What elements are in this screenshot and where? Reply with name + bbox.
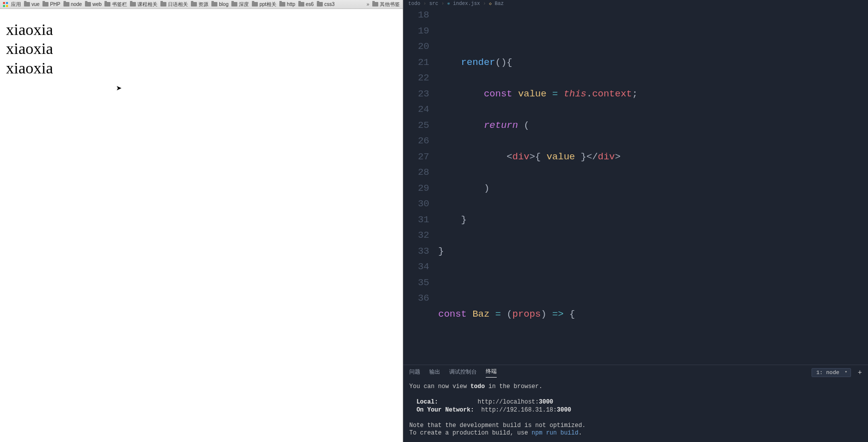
line-number: 26: [403, 133, 429, 149]
code-line[interactable]: return (: [438, 118, 868, 134]
folder-icon: [317, 2, 323, 6]
line-number: 21: [403, 55, 429, 71]
panel-tabs: 问题 输出 调试控制台 终端 1: node +: [403, 365, 868, 380]
tab-debug-console[interactable]: 调试控制台: [449, 368, 477, 378]
code-line[interactable]: render(){: [438, 55, 868, 71]
bookmark-folder[interactable]: blog: [211, 1, 228, 7]
bookmark-folder[interactable]: 课程相关: [130, 1, 157, 8]
line-number: 19: [403, 23, 429, 39]
code-line[interactable]: }: [438, 244, 868, 260]
code-line[interactable]: [438, 275, 868, 291]
chevron-right-icon: ›: [441, 1, 444, 6]
folder-icon: [63, 2, 69, 6]
browser-viewport[interactable]: xiaoxia xiaoxia xiaoxia ➤: [0, 9, 403, 442]
line-number: 20: [403, 39, 429, 55]
editor-pane: todo › src › ⚛ index.jsx › ◇ Baz 18 19 2…: [403, 0, 868, 442]
folder-icon: [42, 2, 48, 6]
line-gutter: 18 19 20 21 22 23 24 25 26 27 28 29 30 3…: [403, 7, 438, 365]
breadcrumb[interactable]: todo › src › ⚛ index.jsx › ◇ Baz: [403, 0, 868, 7]
folder-icon: [211, 2, 217, 6]
code-line[interactable]: }: [438, 212, 868, 228]
bookmark-folder[interactable]: 书签栏: [104, 1, 127, 8]
line-number: 31: [403, 212, 429, 228]
folder-icon: [24, 2, 30, 6]
line-number: 23: [403, 86, 429, 102]
bookmark-folder[interactable]: web: [85, 1, 101, 7]
line-number: 30: [403, 196, 429, 212]
line-number: 36: [403, 291, 429, 307]
folder-icon: [160, 2, 166, 6]
bookmark-folder[interactable]: 日语相关: [160, 1, 188, 8]
folder-icon: [279, 2, 285, 6]
line-number: 33: [403, 244, 429, 260]
line-number: 22: [403, 70, 429, 86]
bottom-panel: 问题 输出 调试控制台 终端 1: node + You can now vie…: [403, 365, 868, 442]
code-line[interactable]: ): [438, 181, 868, 197]
line-number: 18: [403, 7, 429, 23]
new-terminal-button[interactable]: +: [858, 369, 862, 377]
bookmark-overflow-button[interactable]: »: [366, 1, 369, 7]
bookmark-folder[interactable]: vue: [24, 1, 39, 7]
line-number: 29: [403, 181, 429, 197]
react-file-icon: ⚛: [447, 1, 450, 6]
folder-icon: [191, 2, 197, 6]
chevron-right-icon: ›: [483, 1, 486, 6]
folder-icon: [85, 2, 91, 6]
breadcrumb-segment[interactable]: src: [429, 1, 438, 6]
bookmark-folder[interactable]: PHP: [42, 1, 60, 7]
bookmark-folder[interactable]: 资源: [191, 1, 208, 8]
bookmark-folder[interactable]: css3: [317, 1, 335, 7]
terminal-select-dropdown[interactable]: 1: node: [812, 368, 851, 377]
line-number: 28: [403, 165, 429, 181]
symbol-icon: ◇: [489, 1, 492, 6]
line-number: 25: [403, 118, 429, 134]
page-text-line: xiaoxia: [6, 39, 397, 58]
tab-terminal[interactable]: 终端: [486, 368, 497, 378]
line-number: 27: [403, 149, 429, 165]
page-text-line: xiaoxia: [6, 58, 397, 77]
terminal-output[interactable]: You can now view todo in the browser. Lo…: [403, 380, 868, 442]
line-number: 24: [403, 102, 429, 118]
code-lines[interactable]: render(){ const value = this.context; re…: [438, 7, 868, 365]
tab-problems[interactable]: 问题: [409, 368, 420, 378]
browser-pane: 应用 vue PHP node web 书签栏 课程相关 日语相关 资源 blo…: [0, 0, 403, 442]
bookmark-folder[interactable]: ppt相关: [252, 1, 276, 8]
folder-icon: [231, 2, 237, 6]
cursor-arrow-icon: ➤: [116, 84, 122, 92]
code-line[interactable]: <div>{ value }</div>: [438, 149, 868, 165]
bookmark-folder[interactable]: es6: [298, 1, 314, 7]
other-bookmarks[interactable]: 其他书签: [372, 1, 400, 8]
folder-icon: [372, 2, 378, 6]
code-line[interactable]: const Baz = (props) => {: [438, 307, 868, 323]
line-number: 35: [403, 275, 429, 291]
breadcrumb-symbol[interactable]: Baz: [495, 1, 504, 6]
apps-grid-icon[interactable]: [3, 2, 8, 7]
code-line[interactable]: const value = this.context;: [438, 86, 868, 102]
tab-output[interactable]: 输出: [429, 368, 440, 378]
code-line[interactable]: [438, 338, 868, 354]
breadcrumb-file[interactable]: index.jsx: [453, 1, 480, 6]
page-text-line: xiaoxia: [6, 20, 397, 39]
line-number: 34: [403, 259, 429, 275]
breadcrumb-segment[interactable]: todo: [408, 1, 420, 6]
folder-icon: [104, 2, 110, 6]
folder-icon: [130, 2, 136, 6]
bookmark-folder[interactable]: node: [63, 1, 82, 7]
folder-icon: [298, 2, 304, 6]
chevron-right-icon: ›: [423, 1, 426, 6]
line-number: 32: [403, 228, 429, 244]
bookmark-folder[interactable]: 深度: [231, 1, 249, 8]
code-editor[interactable]: 18 19 20 21 22 23 24 25 26 27 28 29 30 3…: [403, 7, 868, 365]
folder-icon: [252, 2, 258, 6]
apps-label[interactable]: 应用: [11, 1, 21, 8]
code-line[interactable]: [438, 23, 868, 39]
bookmark-bar: 应用 vue PHP node web 书签栏 课程相关 日语相关 资源 blo…: [0, 0, 403, 9]
bookmark-folder[interactable]: http: [279, 1, 295, 7]
